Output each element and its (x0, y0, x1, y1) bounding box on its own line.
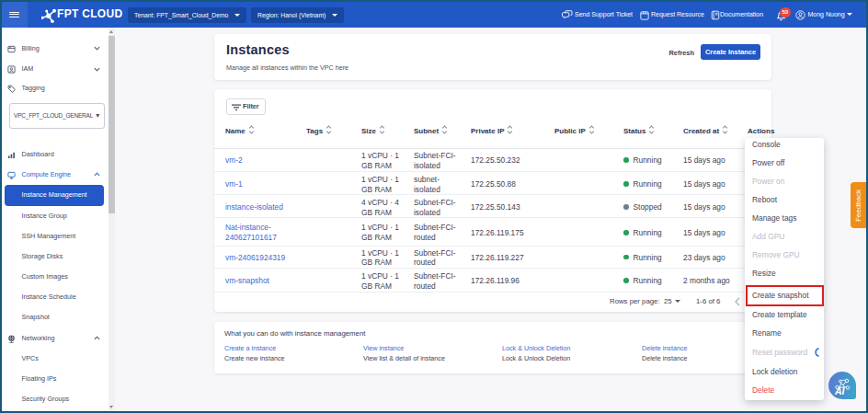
svg-text:AI: AI (834, 385, 846, 396)
